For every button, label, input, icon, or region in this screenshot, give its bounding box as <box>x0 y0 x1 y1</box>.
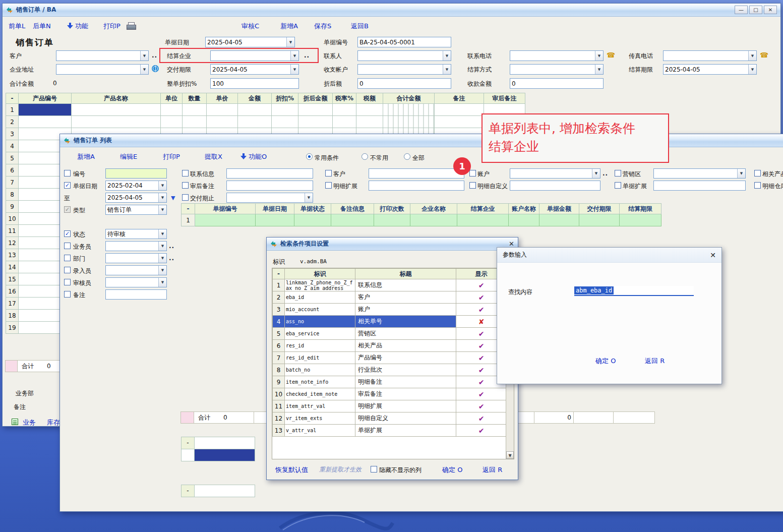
dropdown-icon[interactable]: ▼ <box>158 205 166 214</box>
list-grid-cell[interactable] <box>509 214 539 226</box>
filter-checkbox[interactable] <box>469 170 476 176</box>
settings-title-cell[interactable]: 行业批次 <box>355 364 456 376</box>
minimize-icon[interactable]: — <box>735 6 748 14</box>
filter-field[interactable]: 销售订单▼ <box>105 205 167 215</box>
customer-lookup-button[interactable]: .. <box>152 52 157 59</box>
filter-checkbox[interactable] <box>64 255 71 261</box>
dropdown-icon[interactable]: ▼ <box>158 278 166 287</box>
show-toggle[interactable]: ✔ <box>456 412 507 425</box>
main-grid-cell[interactable] <box>19 116 72 128</box>
filter-checkbox[interactable] <box>182 182 189 189</box>
expand-dates-icon[interactable]: ▼ <box>171 195 175 201</box>
main-titlebar[interactable]: 销售订单 / BA — □ ✕ <box>3 4 780 17</box>
settings-id-cell[interactable]: batch_no <box>285 364 355 376</box>
list-grid-col[interactable]: 企业名称 <box>410 204 457 214</box>
settings-back-button[interactable]: 返回 R <box>483 465 502 475</box>
radio-label[interactable]: 常用条件 <box>315 154 339 162</box>
list-grid-cell[interactable] <box>294 214 331 226</box>
dropdown-icon[interactable]: ▼ <box>158 181 166 190</box>
settings-grid-row[interactable]: 13v_attr_val单据扩展✔ <box>273 425 507 437</box>
settle-term-field[interactable]: 2025-04-05 ▼ <box>663 64 757 75</box>
settings-id-cell[interactable]: eba_id <box>285 291 355 304</box>
settings-grid-row[interactable]: 7res_id_edit产品编号✔ <box>273 352 507 364</box>
dropdown-icon[interactable]: ▼ <box>595 51 603 61</box>
filter-field[interactable] <box>653 181 746 191</box>
settings-title-cell[interactable]: 账户 <box>355 304 456 316</box>
dropdown-icon[interactable]: ▼ <box>286 37 294 47</box>
main-grid-cell[interactable] <box>183 116 207 128</box>
main-grid-cell[interactable] <box>272 104 298 116</box>
account-field[interactable]: ▼ <box>357 64 451 75</box>
settings-row-number[interactable]: 10 <box>273 388 285 400</box>
list-grid-cell[interactable] <box>256 214 294 226</box>
filter-field[interactable]: ▼ <box>510 168 600 179</box>
address-field[interactable]: ▼ <box>56 64 149 75</box>
detail-grid-cell[interactable] <box>194 437 255 449</box>
close-icon[interactable]: ✕ <box>764 6 777 14</box>
filter-field[interactable]: ▼ <box>105 241 167 251</box>
dropdown-icon[interactable]: ▼ <box>158 254 166 263</box>
filter-checkbox[interactable] <box>615 182 621 189</box>
filter-field[interactable]: 2025-04-05▼ <box>105 193 167 203</box>
list-grid-col[interactable]: 备注信息 <box>331 204 374 214</box>
filter-field[interactable]: ▼ <box>105 277 167 287</box>
dropdown-icon[interactable]: ▼ <box>443 51 451 61</box>
settings-row-number[interactable]: 4 <box>273 316 285 328</box>
filter-checkbox[interactable] <box>182 170 189 176</box>
radio-全部[interactable] <box>404 153 410 160</box>
find-input[interactable]: abm_eba_id <box>574 286 694 296</box>
main-grid-cell[interactable] <box>356 104 383 116</box>
filter-field[interactable] <box>105 289 167 300</box>
main-grid-col[interactable]: 合计金额 <box>383 93 435 104</box>
filter-checkbox[interactable]: ✓ <box>64 182 71 189</box>
main-grid-cell[interactable] <box>161 116 183 128</box>
filter-field[interactable]: 待审核▼ <box>105 229 167 239</box>
settings-id-cell[interactable]: item_attr_val <box>285 400 355 412</box>
settings-title-cell[interactable]: 相关单号 <box>355 316 456 328</box>
row-number[interactable]: 14 <box>6 261 19 273</box>
dropdown-icon[interactable]: ▼ <box>140 51 148 61</box>
doc-no-field[interactable]: BA-25-04-05-0001 <box>357 37 451 47</box>
filter-field[interactable] <box>369 168 464 179</box>
filter-checkbox[interactable] <box>64 291 71 298</box>
list-grid-cell[interactable] <box>457 214 509 226</box>
delivery-field[interactable]: 2025-04-05 ▼ <box>210 64 299 75</box>
filter-field[interactable]: ▼ <box>653 168 746 179</box>
settings-grid-row[interactable]: 10checked_item_note审后备注✔ <box>273 388 507 400</box>
filter-checkbox[interactable] <box>754 182 761 189</box>
dropdown-icon[interactable]: ▼ <box>737 169 745 178</box>
dropdown-icon[interactable]: ▼ <box>595 65 603 74</box>
settings-title-cell[interactable]: 明细备注 <box>355 376 456 388</box>
settings-row-number[interactable]: 7 <box>273 352 285 364</box>
filter-checkbox[interactable] <box>325 170 332 176</box>
filter-checkbox[interactable] <box>64 267 71 273</box>
toolbar-print[interactable]: 打印P <box>103 22 121 31</box>
list-grid-cell[interactable] <box>539 214 579 226</box>
settings-grid-col[interactable]: - <box>273 269 285 279</box>
main-grid-cell[interactable] <box>72 116 161 128</box>
row-number[interactable]: 9 <box>6 201 19 213</box>
close-icon[interactable]: ✕ <box>710 251 716 259</box>
filter-field[interactable] <box>226 181 313 191</box>
list-grid-cell[interactable] <box>331 214 374 226</box>
toolbar-add[interactable]: 新增A <box>280 22 298 31</box>
settings-title-cell[interactable]: 明细扩展 <box>355 400 456 412</box>
filter-field[interactable] <box>105 168 167 179</box>
list-grid-col[interactable]: 打印次数 <box>374 204 410 214</box>
settings-id-cell[interactable]: eba_service <box>285 328 355 340</box>
dropdown-icon[interactable]: ▼ <box>290 65 298 74</box>
filter-checkbox[interactable] <box>64 243 71 249</box>
main-grid-col[interactable]: 备注 <box>435 93 484 104</box>
settings-row-number[interactable]: 12 <box>273 412 285 425</box>
filter-field[interactable]: ▼ <box>105 265 167 275</box>
show-toggle[interactable]: ✔ <box>456 388 507 400</box>
settings-grid-row[interactable]: 9item_note_info明细备注✔ <box>273 376 507 388</box>
printer-icon[interactable] <box>127 22 136 30</box>
dropdown-icon[interactable]: ▼ <box>158 242 166 251</box>
row-number[interactable]: 16 <box>6 285 19 298</box>
row-number[interactable]: 6 <box>6 164 19 176</box>
main-grid-cell[interactable] <box>183 104 207 116</box>
dropdown-icon[interactable]: ▼ <box>592 169 600 178</box>
filter-checkbox[interactable]: ✓ <box>64 230 71 237</box>
main-grid-col[interactable]: - <box>6 93 19 104</box>
